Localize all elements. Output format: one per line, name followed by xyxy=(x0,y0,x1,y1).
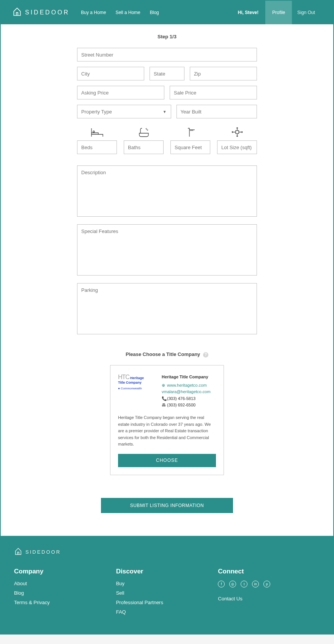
state-input[interactable] xyxy=(150,67,184,80)
city-input[interactable] xyxy=(77,67,144,80)
special-features-textarea[interactable] xyxy=(77,224,257,276)
footer: SIDEDOOR Company About Blog Terms & Priv… xyxy=(1,536,333,634)
instagram-icon[interactable]: ◎ xyxy=(229,581,236,587)
help-icon[interactable]: ? xyxy=(203,352,208,357)
step-indicator: Step 1/3 xyxy=(1,34,333,39)
year-built-input[interactable] xyxy=(176,105,257,118)
zip-input[interactable] xyxy=(190,67,257,80)
bed-icon xyxy=(91,124,104,137)
svg-rect-1 xyxy=(236,131,239,134)
title-company-heading: Please Choose a Title Company ? xyxy=(1,351,333,357)
street-number-input[interactable] xyxy=(77,48,257,61)
footer-company-heading: Company xyxy=(14,568,116,575)
facebook-icon[interactable]: f xyxy=(218,581,225,587)
company-name: Heritage Title Company xyxy=(162,374,216,381)
footer-contact[interactable]: Contact Us xyxy=(218,596,320,601)
description-textarea[interactable] xyxy=(77,165,257,217)
footer-faq[interactable]: FAQ xyxy=(116,609,218,615)
square-feet-input[interactable] xyxy=(170,140,210,154)
greeting: Hi, Steve! xyxy=(231,10,266,15)
footer-buy[interactable]: Buy xyxy=(116,581,218,586)
company-fax: 🖷(303) 692-6500 xyxy=(162,402,216,409)
footer-brand-text: SIDEDOOR xyxy=(25,549,61,555)
choose-company-button[interactable]: CHOOSE xyxy=(118,454,216,467)
title-company-card: HTCHeritageTitle Company ● Commonwealth … xyxy=(110,365,224,475)
twitter-icon[interactable]: t xyxy=(241,581,247,587)
footer-connect-heading: Connect xyxy=(218,568,320,575)
company-logo: HTCHeritageTitle Company ● Commonwealth xyxy=(118,374,156,409)
footer-partners[interactable]: Professional Partners xyxy=(116,600,218,605)
submit-listing-button[interactable]: SUBMIT LISTING INFORMATION xyxy=(101,498,233,513)
svg-point-0 xyxy=(93,131,95,132)
logo[interactable]: SIDEDOOR xyxy=(12,7,69,18)
footer-connect-col: Connect f ◎ t in p Contact Us xyxy=(218,568,320,619)
nav-sell-home[interactable]: Sell a Home xyxy=(115,10,140,15)
footer-terms[interactable]: Terms & Privacy xyxy=(14,600,116,605)
lot-size-icon xyxy=(231,124,244,137)
asking-price-input[interactable] xyxy=(77,86,164,99)
footer-about[interactable]: About xyxy=(14,581,116,586)
company-website[interactable]: ⊕www.heritagetco.com xyxy=(162,382,216,389)
company-description: Heritage Title Company began serving the… xyxy=(118,414,216,448)
listing-form-page: Step 1/3 Property Type ▼ xyxy=(1,24,333,536)
company-phone: 📞(303) 476-5813 xyxy=(162,395,216,402)
footer-discover-heading: Discover xyxy=(116,568,218,575)
phone-icon: 📞 xyxy=(162,395,166,402)
linkedin-icon[interactable]: in xyxy=(252,581,259,587)
fax-icon: 🖷 xyxy=(162,402,166,409)
footer-discover-col: Discover Buy Sell Professional Partners … xyxy=(116,568,218,619)
main-header: SIDEDOOR Buy a Home Sell a Home Blog Hi,… xyxy=(1,1,333,24)
brand-text: SIDEDOOR xyxy=(25,9,69,16)
baths-input[interactable] xyxy=(124,140,164,154)
parking-textarea[interactable] xyxy=(77,283,257,334)
main-nav: Buy a Home Sell a Home Blog xyxy=(81,10,159,15)
door-icon xyxy=(12,7,22,18)
nav-sign-out[interactable]: Sign Out xyxy=(292,10,322,15)
footer-blog[interactable]: Blog xyxy=(14,590,116,596)
footer-sell[interactable]: Sell xyxy=(116,590,218,596)
door-icon xyxy=(14,547,22,557)
nav-blog[interactable]: Blog xyxy=(150,10,159,15)
pinterest-icon[interactable]: p xyxy=(263,581,270,587)
bath-icon xyxy=(138,124,150,137)
footer-company-col: Company About Blog Terms & Privacy xyxy=(14,568,116,619)
footer-logo[interactable]: SIDEDOOR xyxy=(14,547,320,557)
nav-buy-home[interactable]: Buy a Home xyxy=(81,10,106,15)
company-email[interactable]: vmalara@heritagetco.com xyxy=(162,389,216,395)
globe-icon: ⊕ xyxy=(162,382,166,389)
nav-profile[interactable]: Profile xyxy=(265,1,292,24)
ruler-icon xyxy=(185,124,196,137)
social-icons: f ◎ t in p xyxy=(218,581,320,587)
property-type-select[interactable]: Property Type xyxy=(77,105,171,118)
user-nav: Hi, Steve! Profile Sign Out xyxy=(231,10,322,15)
beds-input[interactable] xyxy=(77,140,117,154)
lot-size-input[interactable] xyxy=(217,140,257,154)
sale-price-input[interactable] xyxy=(170,86,257,99)
